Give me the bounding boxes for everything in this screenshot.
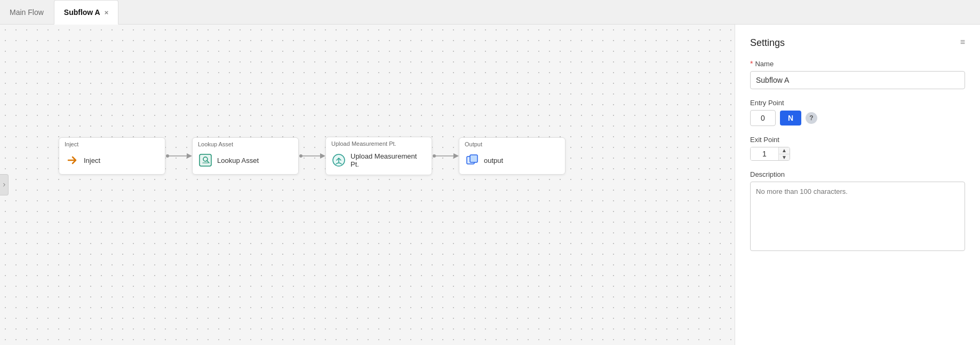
tab-main-flow-label: Main Flow bbox=[10, 8, 44, 17]
exit-point-label-text: Exit Point bbox=[750, 136, 779, 144]
exit-point-spinners: ▲ ▼ bbox=[778, 147, 790, 160]
description-section: Description bbox=[750, 170, 965, 253]
settings-panel: Settings ≡ * Name Entry Point 0 N ? Exit… bbox=[735, 25, 980, 345]
arrow-svg-2 bbox=[299, 151, 325, 161]
node-output-header: Output bbox=[459, 138, 565, 148]
exit-point-up-button[interactable]: ▲ bbox=[779, 147, 790, 154]
main-layout: Inject Inject bbox=[0, 25, 980, 345]
tab-subflow-a-label: Subflow A bbox=[64, 8, 100, 17]
node-upload-header: Upload Measurement Pt. bbox=[326, 137, 432, 148]
node-upload-label: Upload Measurement Pt. bbox=[350, 152, 426, 168]
connector-1 bbox=[165, 151, 192, 161]
node-output[interactable]: Output output bbox=[459, 137, 565, 175]
help-icon[interactable]: ? bbox=[806, 112, 817, 124]
arrow-svg-3 bbox=[432, 151, 459, 161]
output-icon bbox=[465, 153, 480, 168]
n-button[interactable]: N bbox=[780, 111, 801, 126]
description-label: Description bbox=[750, 170, 965, 178]
entry-point-label: Entry Point bbox=[750, 99, 965, 107]
node-lookup-header: Lookup Asset bbox=[193, 138, 298, 148]
canvas-area[interactable]: Inject Inject bbox=[0, 25, 735, 345]
svg-rect-15 bbox=[470, 155, 477, 162]
collapse-handle[interactable] bbox=[0, 174, 9, 195]
name-input[interactable] bbox=[750, 71, 965, 89]
connector-3 bbox=[432, 151, 459, 161]
node-lookup[interactable]: Lookup Asset Lookup Asset bbox=[192, 137, 299, 175]
entry-point-section: Entry Point 0 N ? bbox=[750, 99, 965, 126]
flow-nodes: Inject Inject bbox=[59, 137, 565, 175]
settings-title: Settings bbox=[750, 37, 785, 49]
svg-marker-9 bbox=[320, 153, 325, 159]
name-field-label: * Name bbox=[750, 59, 965, 68]
tab-subflow-a[interactable]: Subflow A × bbox=[54, 0, 119, 25]
arrow-svg-1 bbox=[165, 151, 192, 161]
svg-marker-13 bbox=[453, 153, 459, 159]
exit-point-input[interactable] bbox=[751, 147, 778, 160]
chevron-right-icon bbox=[2, 183, 6, 187]
svg-marker-2 bbox=[187, 153, 192, 159]
required-star: * bbox=[750, 59, 753, 68]
exit-point-input-wrap: ▲ ▼ bbox=[750, 147, 790, 161]
node-output-label: output bbox=[484, 156, 503, 164]
lookup-icon bbox=[198, 153, 213, 168]
node-inject-body: Inject bbox=[59, 148, 165, 174]
connector-2 bbox=[299, 151, 325, 161]
name-label-text: Name bbox=[755, 60, 774, 68]
entry-point-controls: 0 N ? bbox=[750, 110, 965, 126]
settings-menu-icon[interactable]: ≡ bbox=[960, 37, 965, 47]
upload-icon bbox=[331, 153, 346, 168]
entry-point-label-text: Entry Point bbox=[750, 99, 784, 107]
description-label-text: Description bbox=[750, 170, 785, 178]
exit-point-down-button[interactable]: ▼ bbox=[779, 154, 790, 161]
tab-bar: Main Flow Subflow A × bbox=[0, 0, 980, 25]
exit-point-section: Exit Point ▲ ▼ bbox=[750, 136, 965, 161]
exit-point-label: Exit Point bbox=[750, 136, 965, 144]
node-inject-header: Inject bbox=[59, 138, 165, 148]
description-textarea[interactable] bbox=[750, 182, 965, 251]
node-lookup-body: Lookup Asset bbox=[193, 148, 298, 174]
node-inject-label: Inject bbox=[84, 156, 100, 164]
settings-header: Settings ≡ bbox=[750, 37, 965, 49]
entry-point-number: 0 bbox=[750, 110, 776, 126]
svg-rect-3 bbox=[200, 154, 211, 166]
inject-icon bbox=[65, 153, 79, 168]
exit-point-controls: ▲ ▼ bbox=[750, 147, 965, 161]
node-inject[interactable]: Inject Inject bbox=[59, 137, 165, 175]
node-lookup-label: Lookup Asset bbox=[217, 156, 259, 164]
node-output-body: output bbox=[459, 148, 565, 174]
node-upload[interactable]: Upload Measurement Pt. Upload Measuremen… bbox=[325, 137, 432, 175]
tab-close-icon[interactable]: × bbox=[105, 9, 109, 16]
tab-main-flow[interactable]: Main Flow bbox=[0, 0, 54, 24]
node-upload-body: Upload Measurement Pt. bbox=[326, 148, 432, 175]
